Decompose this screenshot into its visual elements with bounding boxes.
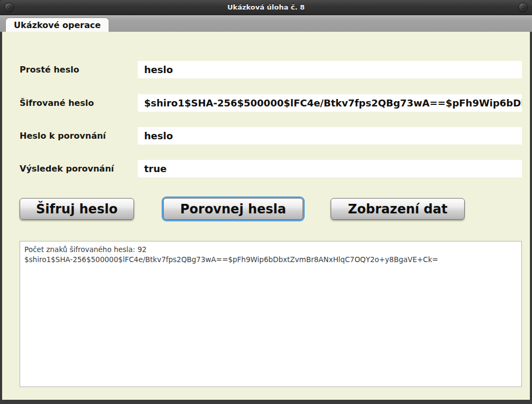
plain-password-label: Prosté heslo (20, 65, 79, 75)
plain-password-field[interactable]: heslo (138, 61, 522, 78)
content-panel: Prosté heslo heslo Šifrované heslo $shir… (2, 32, 530, 400)
window-button-icon (521, 5, 525, 10)
show-data-button[interactable]: Zobrazení dat (331, 198, 465, 220)
encrypted-password-field[interactable]: $shiro1$SHA-256$500000$lFC4e/Btkv7fps2QB… (138, 94, 522, 112)
compare-result-label: Výsledek porovnání (20, 164, 114, 174)
encrypt-password-button[interactable]: Šifruj heslo (20, 198, 134, 220)
tab-bar: Ukázkové operace (0, 15, 532, 32)
window-close-button[interactable] (518, 3, 528, 12)
tab-ukazkove-operace[interactable]: Ukázkové operace (5, 17, 109, 32)
window-title: Ukázková úloha č. 8 (0, 0, 532, 15)
compare-passwords-button[interactable]: Porovnej hesla (163, 198, 303, 220)
compare-result-field[interactable]: true (138, 160, 522, 177)
output-line-count: Počet znaků šifrovaného hesla: 92 (24, 245, 517, 255)
tab-label: Ukázkové operace (14, 20, 101, 30)
output-textarea[interactable]: Počet znaků šifrovaného hesla: 92 $shiro… (20, 241, 522, 387)
titlebar: Ukázková úloha č. 8 (0, 0, 532, 15)
encrypted-password-label: Šifrované heslo (20, 98, 94, 108)
output-line-hash: $shiro1$SHA-256$500000$lFC4e/Btkv7fps2QB… (24, 255, 517, 265)
window: Ukázková úloha č. 8 Ukázkové operace Pro… (0, 0, 532, 404)
compare-password-label: Heslo k porovnání (20, 131, 106, 141)
compare-password-field[interactable]: heslo (138, 127, 522, 145)
